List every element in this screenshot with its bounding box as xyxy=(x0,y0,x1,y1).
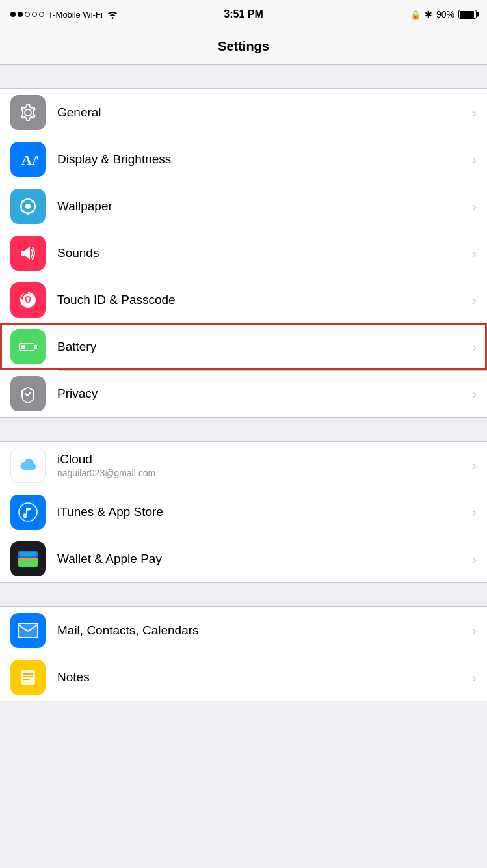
icloud-label: iCloud xyxy=(57,452,467,467)
svg-rect-13 xyxy=(34,345,37,349)
touchid-content: Touch ID & Passcode xyxy=(57,293,467,307)
settings-row-general[interactable]: General › xyxy=(0,89,487,136)
icloud-chevron: › xyxy=(472,458,477,473)
display-chevron: › xyxy=(472,152,477,167)
wallpaper-label: Wallpaper xyxy=(57,199,467,213)
mail-icon-bg xyxy=(10,613,46,648)
battery-settings-icon xyxy=(18,340,38,353)
signal-dot-2 xyxy=(18,12,23,17)
privacy-chevron: › xyxy=(472,387,477,401)
battery-label: Battery xyxy=(57,340,467,354)
svg-point-2 xyxy=(25,204,31,209)
icloud-content: iCloud naguilar023@gmail.com xyxy=(57,452,467,478)
notes-chevron: › xyxy=(472,670,477,685)
sounds-content: Sounds xyxy=(57,246,467,260)
wallet-chevron: › xyxy=(472,552,477,567)
wallet-icon xyxy=(17,550,39,568)
status-bar: T-Mobile Wi-Fi 3:51 PM 🔒 ✱ 90% xyxy=(0,0,487,29)
settings-row-battery[interactable]: Battery › xyxy=(0,323,487,370)
wallet-content: Wallet & Apple Pay xyxy=(57,552,467,566)
svg-rect-15 xyxy=(21,345,25,349)
display-icon: AA xyxy=(18,150,38,169)
section-gap-1 xyxy=(0,65,487,88)
svg-point-8 xyxy=(32,210,34,213)
settings-group-1: General › AA Display & Brightness › xyxy=(0,88,487,418)
wallpaper-chevron: › xyxy=(472,199,477,214)
status-time: 3:51 PM xyxy=(224,8,263,20)
wifi-icon xyxy=(107,10,118,19)
mail-chevron: › xyxy=(472,623,477,638)
settings-row-wallpaper[interactable]: Wallpaper › xyxy=(0,183,487,230)
section-gap-3 xyxy=(0,583,487,606)
battery-icon xyxy=(458,10,477,19)
touchid-chevron: › xyxy=(472,293,477,308)
svg-point-3 xyxy=(27,198,29,200)
gear-icon xyxy=(18,102,38,123)
settings-row-mail[interactable]: Mail, Contacts, Calendars › xyxy=(0,607,487,654)
signal-dot-3 xyxy=(25,12,30,17)
general-chevron: › xyxy=(472,105,477,120)
display-icon-bg: AA xyxy=(10,142,46,177)
privacy-content: Privacy xyxy=(57,387,467,401)
settings-row-display[interactable]: AA Display & Brightness › xyxy=(0,136,487,183)
display-content: Display & Brightness xyxy=(57,152,467,167)
sounds-chevron: › xyxy=(472,246,477,261)
section-gap-2 xyxy=(0,418,487,441)
svg-point-6 xyxy=(34,205,36,208)
settings-row-sounds[interactable]: Sounds › xyxy=(0,230,487,277)
icloud-icon xyxy=(16,457,40,474)
svg-rect-18 xyxy=(18,558,38,560)
battery-content: Battery xyxy=(57,340,467,354)
battery-percent: 90% xyxy=(436,9,454,20)
mail-icon xyxy=(17,622,39,639)
notes-icon-bg xyxy=(10,660,46,695)
icloud-sublabel: naguilar023@gmail.com xyxy=(57,468,467,478)
itunes-icon xyxy=(18,502,38,522)
status-left: T-Mobile Wi-Fi xyxy=(10,10,118,20)
battery-fill xyxy=(460,11,474,18)
touchid-icon xyxy=(18,290,38,310)
settings-row-icloud[interactable]: iCloud naguilar023@gmail.com › xyxy=(0,442,487,489)
svg-point-10 xyxy=(22,210,25,213)
wallet-icon-bg xyxy=(10,541,46,576)
svg-point-7 xyxy=(22,200,25,203)
battery-icon-bg xyxy=(10,329,46,364)
section-gap-4 xyxy=(0,701,487,725)
display-label: Display & Brightness xyxy=(57,152,467,167)
itunes-label: iTunes & App Store xyxy=(57,505,467,519)
signal-dot-5 xyxy=(39,12,44,17)
svg-rect-19 xyxy=(18,560,38,567)
settings-row-itunes[interactable]: iTunes & App Store › xyxy=(0,489,487,536)
settings-row-wallet[interactable]: Wallet & Apple Pay › xyxy=(0,536,487,582)
sounds-icon xyxy=(18,243,38,263)
page-title: Settings xyxy=(218,39,269,54)
settings-group-2: iCloud naguilar023@gmail.com › iTunes & … xyxy=(0,441,487,583)
svg-point-9 xyxy=(32,200,34,203)
notes-icon xyxy=(18,667,38,688)
settings-row-notes[interactable]: Notes › xyxy=(0,654,487,701)
itunes-content: iTunes & App Store xyxy=(57,505,467,519)
notes-content: Notes xyxy=(57,670,467,685)
icloud-icon-bg xyxy=(10,448,46,483)
svg-point-16 xyxy=(19,503,37,521)
lock-icon: 🔒 xyxy=(410,10,421,20)
sounds-icon-bg xyxy=(10,236,46,271)
svg-point-5 xyxy=(20,205,22,208)
wallpaper-icon xyxy=(18,196,38,217)
settings-row-touchid[interactable]: Touch ID & Passcode › xyxy=(0,277,487,323)
general-content: General xyxy=(57,105,467,120)
status-right: 🔒 ✱ 90% xyxy=(410,9,477,20)
itunes-chevron: › xyxy=(472,505,477,520)
mail-content: Mail, Contacts, Calendars xyxy=(57,623,467,638)
privacy-icon-bg xyxy=(10,376,46,411)
signal-dot-4 xyxy=(32,12,37,17)
privacy-label: Privacy xyxy=(57,387,467,401)
bluetooth-icon: ✱ xyxy=(425,9,432,20)
itunes-icon-bg xyxy=(10,495,46,530)
privacy-icon xyxy=(18,384,38,403)
signal-dot-1 xyxy=(10,12,16,17)
svg-rect-20 xyxy=(20,552,36,556)
settings-row-privacy[interactable]: Privacy › xyxy=(0,370,487,417)
wallpaper-icon-bg xyxy=(10,189,46,224)
settings-group-3: Mail, Contacts, Calendars › Notes › xyxy=(0,606,487,701)
